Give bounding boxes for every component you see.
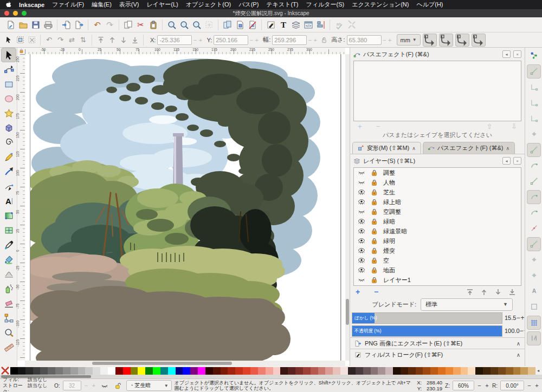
text-tool[interactable]: A (0, 194, 17, 208)
gradient-tool[interactable] (0, 208, 17, 223)
palette-swatch[interactable] (288, 367, 295, 375)
spray-tool[interactable] (0, 282, 17, 296)
layer-raise-button[interactable] (477, 289, 491, 296)
opacity-slider[interactable]: 不透明度 (%) (352, 325, 502, 337)
snap-intersection-toggle[interactable] (525, 173, 542, 189)
lock-icon[interactable] (371, 247, 377, 254)
spellcheck-button[interactable]: ab (333, 18, 345, 31)
palette-swatch[interactable] (303, 367, 311, 375)
lock-icon[interactable] (371, 228, 377, 235)
palette-swatch[interactable] (453, 367, 461, 375)
rectangle-tool[interactable] (0, 77, 17, 92)
snap-guide-toggle[interactable] (525, 330, 542, 346)
snap-grid-toggle[interactable] (525, 315, 542, 330)
ellipse-tool[interactable] (0, 92, 17, 106)
rotate-cw-button[interactable]: ↷ (55, 34, 66, 45)
zoom-page-button[interactable] (190, 18, 203, 31)
remove-layer-button[interactable]: − (374, 288, 392, 296)
eye-closed-icon[interactable] (358, 169, 365, 176)
unit-select[interactable]: mm▼ (397, 34, 421, 45)
palette-swatch[interactable] (153, 367, 160, 375)
snap-enable-toggle[interactable] (525, 48, 542, 63)
snap-path-toggle[interactable] (525, 158, 542, 173)
lock-icon[interactable] (371, 218, 377, 225)
preferences-button[interactable] (345, 18, 358, 31)
palette-swatch[interactable] (228, 367, 235, 375)
move-effect-down-button[interactable]: ⇩ (499, 122, 517, 130)
palette-swatch[interactable] (205, 367, 213, 375)
palette-swatch[interactable] (63, 367, 70, 375)
menu-オブジェクト(O)[interactable]: オブジェクト(O) (186, 1, 231, 9)
palette-swatch[interactable] (183, 367, 190, 375)
eye-open-icon[interactable] (358, 228, 365, 234)
palette-swatch[interactable] (123, 367, 131, 375)
palette-swatch[interactable] (85, 367, 93, 375)
eye-open-icon[interactable] (358, 218, 365, 225)
palette-swatch[interactable] (363, 367, 371, 375)
palette-swatch[interactable] (475, 367, 483, 375)
palette-swatch[interactable] (108, 367, 115, 375)
height-field-minus-stepper[interactable]: − (382, 37, 387, 43)
palette-swatch[interactable] (273, 367, 281, 375)
app-menu[interactable]: Inkscape (19, 2, 44, 8)
y-field-plus-stepper[interactable]: + (254, 37, 259, 43)
zoom-input[interactable]: 60% (453, 381, 474, 390)
eye-open-icon[interactable] (358, 189, 365, 195)
snap-smooth-node-toggle[interactable] (525, 205, 542, 220)
y-field-minus-stepper[interactable]: − (249, 37, 254, 43)
fill-stroke-dialog-button[interactable] (264, 18, 277, 31)
eye-open-icon[interactable] (358, 267, 365, 273)
align-dialog-button[interactable] (314, 18, 327, 31)
opacity-minus-stepper[interactable]: − (84, 382, 89, 389)
tab-transform[interactable]: 変形(M) (⇧⌘M)∧ (352, 142, 421, 154)
menu-ファイル(F)[interactable]: ファイル(F) (52, 1, 84, 9)
palette-swatch[interactable] (48, 367, 55, 375)
menu-フィルター(S)[interactable]: フィルター(S) (306, 1, 344, 9)
palette-swatch[interactable] (18, 367, 25, 375)
spiral-tool[interactable] (0, 135, 17, 150)
measure-tool[interactable] (0, 340, 17, 355)
add-layer-button[interactable]: + (356, 288, 374, 296)
lower-to-bottom-button[interactable] (129, 34, 140, 45)
zoom-minus-stepper[interactable]: − (477, 382, 482, 389)
palette-scroll-arrow-icon[interactable]: ◂ (535, 368, 541, 373)
palette-swatch[interactable] (10, 367, 18, 375)
bucket-tool[interactable] (0, 252, 17, 267)
vertical-ruler[interactable]: 2502252001751501251007550250-25-50-75-10… (17, 54, 25, 361)
palette-swatch[interactable] (423, 367, 430, 375)
layer-row[interactable]: 調整 (354, 168, 521, 178)
palette-swatch[interactable] (33, 367, 41, 375)
palette-swatch[interactable] (160, 367, 168, 375)
layer-row[interactable]: 緑上暗 (354, 197, 521, 207)
x-field[interactable]: -25.336 (157, 35, 192, 45)
palette-swatch[interactable] (243, 367, 250, 375)
save-document-button[interactable] (29, 18, 42, 31)
horizontal-scroll-thumb[interactable] (92, 362, 232, 365)
palette-swatch[interactable] (93, 367, 100, 375)
width-field[interactable]: 259.296 (272, 35, 307, 45)
palette-swatch[interactable] (430, 367, 438, 375)
zoom-plus-stepper[interactable]: + (485, 382, 489, 389)
scale-stroke-toggle[interactable] (423, 34, 437, 47)
raise-to-top-button[interactable] (95, 34, 106, 45)
star-tool[interactable] (0, 106, 17, 121)
dock-float-button[interactable]: ◂ (502, 50, 511, 58)
dock-close-button[interactable]: × (513, 50, 521, 58)
lock-icon[interactable] (371, 277, 377, 284)
rotation-input[interactable]: 0.00° (500, 381, 524, 390)
palette-swatch[interactable] (145, 367, 153, 375)
snap-midpoint-toggle[interactable] (525, 220, 542, 236)
cut-button[interactable]: ✂ (134, 18, 147, 31)
drawing-viewport[interactable] (25, 54, 345, 361)
palette-swatch[interactable] (491, 367, 498, 375)
open-document-button[interactable] (17, 18, 29, 31)
layer-row[interactable]: 地面 (354, 265, 521, 275)
eraser-tool[interactable] (0, 296, 17, 311)
canvas-horizontal-scrollbar[interactable] (25, 361, 345, 366)
layer-row[interactable]: 緑明 (354, 236, 521, 246)
palette-swatch[interactable] (438, 367, 446, 375)
zoom-selection-button[interactable] (203, 18, 215, 31)
selector-tool[interactable] (0, 48, 17, 62)
current-layer-select[interactable]: ・芝生暗 ▼ (126, 380, 172, 391)
zoom-drawing-button[interactable] (178, 18, 190, 31)
